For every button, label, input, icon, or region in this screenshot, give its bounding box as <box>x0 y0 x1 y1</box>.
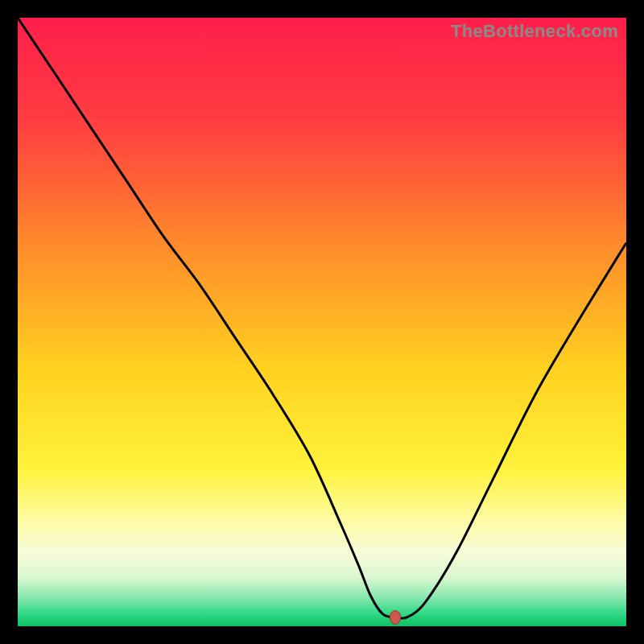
bottleneck-curve <box>18 18 626 626</box>
chart-frame: TheBottleneck.com <box>0 0 644 644</box>
optimal-point-marker <box>390 610 401 625</box>
plot-area: TheBottleneck.com <box>18 18 626 626</box>
curve-path <box>18 18 626 618</box>
